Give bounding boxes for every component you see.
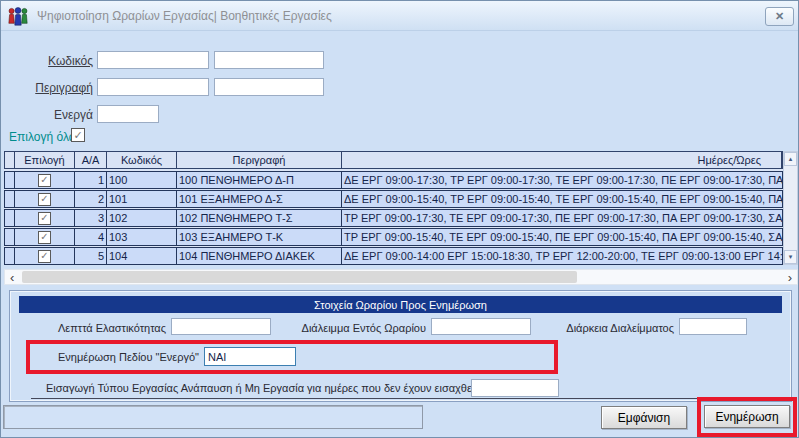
status-panel bbox=[3, 405, 423, 429]
cell-hours: ΔΕ ΕΡΓ 09:00-17:30, ΤΡ ΕΡΓ 09:00-17:30, … bbox=[342, 172, 782, 188]
row-checkbox[interactable]: ✓ bbox=[38, 250, 51, 263]
cell-code: 101 bbox=[107, 191, 177, 207]
row-checkbox[interactable]: ✓ bbox=[38, 212, 51, 225]
cell-code: 102 bbox=[107, 210, 177, 226]
header-hours[interactable]: Ημέρες/Ώρες bbox=[342, 152, 782, 168]
cell-hours: ΔΕ ΕΡΓ 09:00-14:00 ΕΡΓ 15:00-18:30, ΤΡ Ε… bbox=[342, 248, 782, 264]
code-from-input[interactable] bbox=[97, 51, 209, 69]
cell-code: 100 bbox=[107, 172, 177, 188]
dialog-window: Ψηφιοποίηση Ωραρίων Εργασίας| Βοηθητικές… bbox=[0, 0, 799, 438]
cell-hours: ΤΡ ΕΡΓ 09:00-15:40, ΤΕ ΕΡΓ 09:00-15:40, … bbox=[342, 229, 782, 245]
active-filter-input[interactable] bbox=[97, 105, 159, 123]
cell-hours: ΔΕ ΕΡΓ 09:00-15:40, ΤΡ ΕΡΓ 09:00-15:40, … bbox=[342, 191, 782, 207]
description-from-input[interactable] bbox=[97, 78, 209, 96]
header-desc[interactable]: Περιγραφή bbox=[177, 152, 342, 168]
close-button[interactable]: ✕ bbox=[765, 7, 794, 26]
cell-hours: ΤΡ ΕΡΓ 09:00-17:30, ΤΕ ΕΡΓ 09:00-17:30, … bbox=[342, 210, 782, 226]
people-icon bbox=[7, 5, 29, 27]
arrow-left-icon: ‹ bbox=[10, 270, 14, 285]
arrow-right-icon: › bbox=[788, 270, 792, 285]
active-field-input[interactable] bbox=[204, 347, 296, 366]
check-icon: ✓ bbox=[40, 232, 48, 242]
divider-line bbox=[31, 398, 770, 399]
table-row[interactable]: ✓ 1 100 100 ΠΕΝΘΗΜΕΡΟ Δ-Π ΔΕ ΕΡΓ 09:00-1… bbox=[4, 171, 783, 189]
code-to-input[interactable] bbox=[214, 51, 324, 69]
active-field-label: Ενημέρωση Πεδίου "Ενεργό" bbox=[39, 351, 199, 363]
check-icon: ✓ bbox=[40, 251, 48, 261]
header-select[interactable]: Επιλογή bbox=[15, 152, 75, 168]
arrow-up-icon: ▴ bbox=[789, 155, 793, 163]
insert-worktype-input[interactable] bbox=[471, 379, 559, 397]
row-checkbox[interactable]: ✓ bbox=[38, 231, 51, 244]
cell-code: 104 bbox=[107, 248, 177, 264]
scroll-down-button[interactable]: ▾ bbox=[784, 250, 797, 264]
row-selector[interactable] bbox=[5, 210, 15, 226]
check-icon: ✓ bbox=[40, 213, 48, 223]
table-row[interactable]: ✓ 2 101 101 ΕΞΑΗΜΕΡΟ Δ-Σ ΔΕ ΕΡΓ 09:00-15… bbox=[4, 190, 783, 208]
break-duration-label: Διάρκεια Διαλείμματος bbox=[549, 322, 674, 334]
cell-desc: 104 ΠΕΝΘΗΜΕΡΟ ΔΙΑΚΕΚ bbox=[177, 248, 342, 264]
row-checkbox[interactable]: ✓ bbox=[38, 174, 51, 187]
horizontal-scrollbar[interactable]: ‹ › bbox=[4, 269, 798, 285]
cell-desc: 103 ΕΞΑΗΜΕΡΟ Τ-Κ bbox=[177, 229, 342, 245]
active-label: Ενεργά bbox=[17, 108, 93, 122]
table-row[interactable]: ✓ 3 102 102 ΠΕΝΘΗΜΕΡΟ Τ-Σ ΤΡ ΕΡΓ 09:00-1… bbox=[4, 209, 783, 227]
row-selector[interactable] bbox=[5, 172, 15, 188]
arrow-down-icon: ▾ bbox=[789, 253, 793, 261]
scroll-right-button[interactable]: › bbox=[788, 270, 792, 284]
window-title: Ψηφιοποίηση Ωραρίων Εργασίας| Βοηθητικές… bbox=[37, 9, 332, 23]
cell-code: 103 bbox=[107, 229, 177, 245]
grid-header-row: Επιλογή Α/Α Κωδικός Περιγραφή Ημέρες/Ώρε… bbox=[4, 151, 783, 169]
break-duration-input[interactable] bbox=[679, 318, 747, 335]
section-title: Στοιχεία Ωραρίου Προς Ενημέρωση bbox=[19, 296, 782, 313]
header-aa[interactable]: Α/Α bbox=[75, 152, 107, 168]
cell-aa: 4 bbox=[75, 229, 107, 245]
cell-aa: 3 bbox=[75, 210, 107, 226]
cell-aa: 2 bbox=[75, 191, 107, 207]
table-row[interactable]: ✓ 5 104 104 ΠΕΝΘΗΜΕΡΟ ΔΙΑΚΕΚ ΔΕ ΕΡΓ 09:0… bbox=[4, 247, 783, 265]
schedules-grid: Επιλογή Α/Α Κωδικός Περιγραφή Ημέρες/Ώρε… bbox=[4, 151, 798, 265]
show-button[interactable]: Εμφάνιση bbox=[601, 406, 687, 429]
scroll-left-button[interactable]: ‹ bbox=[10, 270, 14, 284]
insert-worktype-label: Εισαγωγή Τύπου Εργασίας Ανάπαυση ή Μη Ερ… bbox=[46, 382, 474, 394]
cell-aa: 1 bbox=[75, 172, 107, 188]
description-label: Περιγραφή bbox=[17, 81, 93, 95]
code-label: Κωδικός bbox=[17, 54, 93, 68]
check-icon: ✓ bbox=[40, 175, 48, 185]
row-selector[interactable] bbox=[5, 191, 15, 207]
row-selector[interactable] bbox=[5, 229, 15, 245]
flexibility-input[interactable] bbox=[171, 318, 271, 335]
break-within-label: Διάλειμμα Εντός Ωραρίου bbox=[286, 322, 426, 334]
flexibility-label: Λεπττά Ελαστικότητας bbox=[31, 322, 166, 334]
header-code[interactable]: Κωδικός bbox=[107, 152, 177, 168]
cell-desc: 100 ΠΕΝΘΗΜΕΡΟ Δ-Π bbox=[177, 172, 342, 188]
scrollbar-thumb[interactable] bbox=[22, 271, 577, 283]
row-checkbox[interactable]: ✓ bbox=[38, 193, 51, 206]
title-bar: Ψηφιοποίηση Ωραρίων Εργασίας| Βοηθητικές… bbox=[1, 1, 798, 31]
break-within-input[interactable] bbox=[431, 318, 531, 335]
cell-desc: 101 ΕΞΑΗΜΕΡΟ Δ-Σ bbox=[177, 191, 342, 207]
header-selector bbox=[5, 152, 15, 168]
vertical-scrollbar[interactable]: ▴ ▾ bbox=[783, 151, 798, 265]
description-to-input[interactable] bbox=[214, 78, 324, 96]
update-button[interactable]: Ενημέρωση bbox=[704, 405, 790, 428]
scroll-up-button[interactable]: ▴ bbox=[784, 152, 797, 166]
check-icon: ✓ bbox=[73, 130, 82, 141]
close-icon: ✕ bbox=[775, 10, 784, 23]
table-row[interactable]: ✓ 4 103 103 ΕΞΑΗΜΕΡΟ Τ-Κ ΤΡ ΕΡΓ 09:00-15… bbox=[4, 228, 783, 246]
select-all-checkbox[interactable]: ✓ bbox=[71, 128, 85, 142]
row-selector[interactable] bbox=[5, 248, 15, 264]
check-icon: ✓ bbox=[40, 194, 48, 204]
cell-aa: 5 bbox=[75, 248, 107, 264]
cell-desc: 102 ΠΕΝΘΗΜΕΡΟ Τ-Σ bbox=[177, 210, 342, 226]
